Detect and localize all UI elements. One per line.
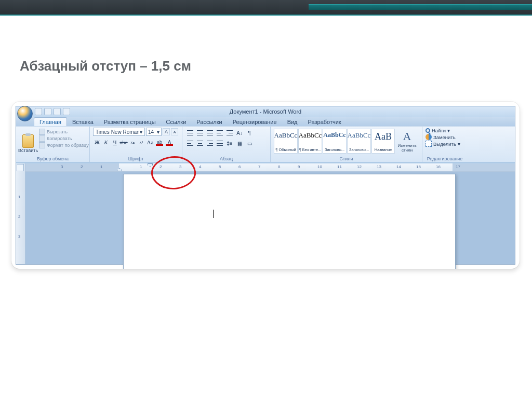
group-label-paragraph: Абзац — [182, 156, 270, 161]
window-title: Документ1 - Microsoft Word — [230, 108, 301, 115]
word-window: Документ1 - Microsoft Word Главная Встав… — [16, 106, 515, 265]
tab-insert[interactable]: Вставка — [67, 118, 99, 126]
group-label-clipboard: Буфер обмена — [16, 156, 89, 161]
style-normal[interactable]: AaBbCc ¶ Обычный — [274, 129, 298, 154]
underline-button[interactable]: Ч — [111, 138, 119, 146]
group-editing: Найти▾ Заменить Выделить▾ Редактирование — [422, 127, 467, 162]
tab-selector[interactable] — [17, 164, 24, 171]
grow-font-button[interactable]: A — [163, 128, 170, 135]
ruler-left-margin — [25, 163, 119, 171]
text-cursor — [213, 210, 214, 218]
group-paragraph: A↓ ¶ ‡≡ ▦ ▭ Абзац — [182, 127, 271, 162]
word-screenshot: Документ1 - Microsoft Word Главная Встав… — [11, 102, 520, 269]
font-size-dropdown[interactable]: 14▾ — [146, 128, 162, 136]
align-right-button[interactable] — [205, 139, 215, 147]
style-title[interactable]: AaB Название — [371, 129, 395, 154]
style-gallery[interactable]: AaBbCc ¶ Обычный AaBbCc ¶ Без инте... Aa… — [274, 129, 419, 154]
quick-access-toolbar — [35, 108, 70, 115]
tab-references[interactable]: Ссылки — [161, 118, 192, 126]
group-styles: AaBbCc ¶ Обычный AaBbCc ¶ Без инте... Aa… — [271, 127, 422, 162]
group-label-font: Шрифт — [90, 156, 182, 161]
tab-layout[interactable]: Разметка страницы — [99, 118, 161, 126]
font-name-dropdown[interactable]: Times New Roman▾ — [93, 128, 145, 136]
chevron-down-icon: ▾ — [447, 128, 450, 133]
change-styles-button[interactable]: A Изменить стили — [395, 129, 419, 154]
slide-heading: Абзацный отступ – 1,5 см — [20, 58, 532, 74]
titlebar: Документ1 - Microsoft Word — [16, 106, 515, 117]
style-heading1[interactable]: AaBbCc Заголово... — [323, 129, 347, 154]
tab-review[interactable]: Рецензирование — [228, 118, 282, 126]
bold-button[interactable]: Ж — [93, 138, 101, 146]
document-page[interactable] — [123, 174, 456, 269]
group-clipboard: Вставить Вырезать Копировать Формат по о… — [16, 127, 90, 162]
style-heading2[interactable]: AaBbCc Заголово... — [347, 129, 371, 154]
decrease-indent-button[interactable] — [215, 129, 224, 137]
select-icon — [425, 141, 432, 147]
change-case-button[interactable]: Aa — [146, 138, 154, 146]
slide-top-bar — [0, 0, 532, 16]
bullet-list-button[interactable] — [185, 129, 195, 137]
find-button[interactable]: Найти▾ — [425, 128, 464, 133]
first-line-indent-marker[interactable] — [148, 163, 153, 167]
tab-developer[interactable]: Разработчик — [303, 118, 347, 126]
group-label-editing: Редактирование — [422, 156, 467, 161]
superscript-button[interactable]: x² — [137, 138, 145, 146]
strike-button[interactable]: abe — [119, 138, 128, 146]
paste-button[interactable]: Вставить — [19, 128, 37, 154]
find-icon — [425, 128, 430, 133]
subscript-button[interactable]: x₂ — [128, 138, 137, 146]
ruler-right-margin — [453, 163, 515, 171]
tab-home[interactable]: Главная — [34, 117, 67, 126]
qat-redo[interactable] — [54, 108, 61, 115]
sort-button[interactable]: A↓ — [235, 129, 244, 137]
format-painter-button[interactable]: Формат по образцу — [39, 142, 89, 148]
align-center-button[interactable] — [195, 139, 205, 147]
styles-icon: A — [403, 130, 411, 143]
ribbon-tabs: Главная Вставка Разметка страницы Ссылки… — [16, 117, 515, 126]
shading-button[interactable]: ▦ — [235, 139, 244, 147]
style-nospacing[interactable]: AaBbCc ¶ Без инте... — [298, 129, 322, 154]
shrink-font-button[interactable]: A — [171, 128, 178, 135]
chevron-down-icon: ▾ — [458, 141, 460, 147]
tab-mailings[interactable]: Рассылки — [191, 118, 227, 126]
qat-more[interactable] — [63, 108, 70, 115]
scissors-icon — [39, 129, 45, 135]
paste-label: Вставить — [18, 148, 38, 153]
brush-icon — [39, 142, 45, 148]
pilcrow-button[interactable]: ¶ — [245, 129, 254, 137]
cut-button[interactable]: Вырезать — [39, 129, 89, 135]
tab-view[interactable]: Вид — [282, 118, 303, 126]
borders-button[interactable]: ▭ — [245, 139, 254, 147]
align-left-button[interactable] — [185, 139, 195, 147]
replace-icon — [425, 134, 432, 140]
chevron-down-icon: ▾ — [140, 129, 142, 135]
qat-undo[interactable] — [44, 108, 51, 115]
horizontal-ruler[interactable]: 3 2 1 1 2 3 4 5 6 7 8 9 10 11 12 13 14 — [25, 163, 515, 172]
ribbon: Вставить Вырезать Копировать Формат по о… — [16, 126, 515, 162]
clipboard-icon — [22, 134, 34, 148]
copy-icon — [39, 135, 45, 142]
italic-button[interactable]: К — [102, 138, 110, 146]
chevron-down-icon: ▾ — [157, 129, 159, 135]
increase-indent-button[interactable] — [225, 129, 234, 137]
group-label-styles: Стили — [271, 156, 422, 161]
copy-button[interactable]: Копировать — [39, 135, 89, 142]
office-button[interactable] — [17, 106, 33, 121]
qat-save[interactable] — [35, 108, 42, 115]
font-color-button[interactable]: A — [165, 138, 174, 146]
replace-button[interactable]: Заменить — [425, 134, 464, 140]
highlight-button[interactable]: ab — [155, 138, 164, 146]
number-list-button[interactable] — [195, 129, 205, 137]
document-area: 1 2 3 3 2 1 1 2 3 4 5 — [16, 163, 515, 264]
align-justify-button[interactable] — [215, 139, 224, 147]
vertical-ruler[interactable]: 1 2 3 — [16, 163, 25, 264]
multilevel-list-button[interactable] — [205, 129, 215, 137]
line-spacing-button[interactable]: ‡≡ — [225, 139, 234, 147]
select-button[interactable]: Выделить▾ — [425, 141, 464, 147]
group-font: Times New Roman▾ 14▾ A A Ж К Ч abe x₂ x²… — [90, 127, 182, 162]
